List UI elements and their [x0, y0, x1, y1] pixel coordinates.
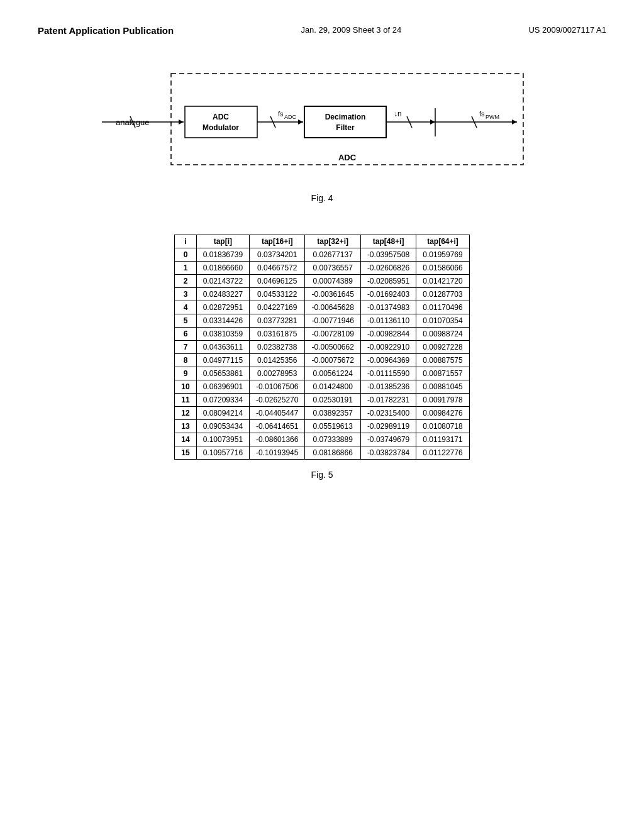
- table-row: 90.056538610.002789530.00561224-0.011155…: [175, 367, 469, 380]
- adc-modulator-label-2: Modulator: [203, 123, 239, 132]
- table-cell: -0.03957508: [360, 248, 416, 262]
- table-cell: 5: [175, 314, 196, 328]
- svg-rect-8: [304, 106, 386, 138]
- fs-pwm-label: fs: [479, 110, 485, 118]
- table-cell: 0.01425356: [250, 354, 305, 367]
- table-cell: 0.00871557: [416, 367, 469, 380]
- table-row: 80.049771150.01425356-0.00075672-0.00964…: [175, 354, 469, 367]
- table-cell: 0.00736557: [305, 262, 360, 275]
- table-cell: 0.04696125: [250, 275, 305, 288]
- table-cell: 0.01836739: [196, 248, 249, 262]
- table-cell: 0.01586066: [416, 262, 469, 275]
- table-cell: 0.01080718: [416, 420, 469, 433]
- table-cell: -0.03823784: [360, 446, 416, 460]
- table-cell: 0.02382738: [250, 341, 305, 354]
- table-row: 10.018666600.046675720.00736557-0.026068…: [175, 262, 469, 275]
- table-cell: -0.01692403: [360, 288, 416, 301]
- table-cell: -0.01374983: [360, 301, 416, 314]
- header-left: Patent Application Publication: [38, 25, 174, 36]
- table-cell: -0.02625270: [250, 394, 305, 407]
- table-cell: 0.05519613: [305, 420, 360, 433]
- table-cell: -0.00771946: [305, 314, 360, 328]
- table-cell: 0.01421720: [416, 275, 469, 288]
- table-cell: 3: [175, 288, 196, 301]
- table-cell: -0.01782231: [360, 394, 416, 407]
- table-cell: 0.01122776: [416, 446, 469, 460]
- table-cell: 0.00887575: [416, 354, 469, 367]
- col-header-tap-i: tap[i]: [196, 235, 249, 248]
- table-cell: 9: [175, 367, 196, 380]
- table-row: 150.10957716-0.101939450.08186866-0.0382…: [175, 446, 469, 460]
- table-cell: -0.03749679: [360, 433, 416, 446]
- table-cell: 0.05653861: [196, 367, 249, 380]
- col-header-tap-64i: tap[64+i]: [416, 235, 469, 248]
- fs-adc-label: fs: [278, 110, 284, 118]
- table-row: 100.06396901-0.010675060.01424800-0.0138…: [175, 380, 469, 394]
- table-row: 00.018367390.037342010.02677137-0.039575…: [175, 248, 469, 262]
- table-cell: 0.00881045: [416, 380, 469, 394]
- decimation-filter-label-2: Filter: [336, 123, 355, 132]
- table-row: 140.10073951-0.086013660.07333889-0.0374…: [175, 433, 469, 446]
- table-cell: 10: [175, 380, 196, 394]
- table-cell: -0.01385236: [360, 380, 416, 394]
- table-cell: 0.10073951: [196, 433, 249, 446]
- adc-bottom-label: ADC: [338, 153, 357, 162]
- table-cell: 7: [175, 341, 196, 354]
- table-cell: -0.02606826: [360, 262, 416, 275]
- svg-marker-14: [512, 119, 517, 124]
- table-cell: 0.02872951: [196, 301, 249, 314]
- table-cell: 0.01070354: [416, 314, 469, 328]
- table-cell: 0.04227169: [250, 301, 305, 314]
- table-cell: 0.00917978: [416, 394, 469, 407]
- table-cell: 0.07209334: [196, 394, 249, 407]
- table-cell: 14: [175, 433, 196, 446]
- table-cell: 15: [175, 446, 196, 460]
- table-cell: -0.00964369: [360, 354, 416, 367]
- table-cell: -0.04405447: [250, 407, 305, 420]
- header-right: US 2009/0027117 A1: [528, 25, 606, 35]
- header-center: Jan. 29, 2009 Sheet 3 of 24: [301, 25, 401, 35]
- svg-marker-2: [179, 119, 184, 124]
- table-cell: 0.01170496: [416, 301, 469, 314]
- page: Patent Application Publication Jan. 29, …: [0, 0, 644, 830]
- data-table: i tap[i] tap[16+i] tap[32+i] tap[48+i] t…: [174, 235, 469, 460]
- table-cell: 0.00927228: [416, 341, 469, 354]
- decimation-filter-label-1: Decimation: [325, 113, 366, 121]
- fs-pwm-sub: PWM: [486, 114, 499, 120]
- fig4-svg: analogue ADC Modulator fs ADC Decimation…: [83, 61, 561, 187]
- fig4-label: Fig. 4: [311, 193, 333, 203]
- fs-adc-sub: ADC: [284, 114, 297, 120]
- fig4-diagram-area: analogue ADC Modulator fs ADC Decimation…: [38, 61, 606, 222]
- table-cell: -0.00982844: [360, 328, 416, 341]
- table-cell: -0.00645628: [305, 301, 360, 314]
- table-row: 30.024832270.04533122-0.00361645-0.01692…: [175, 288, 469, 301]
- table-cell: 0.02530191: [305, 394, 360, 407]
- col-header-tap-16i: tap[16+i]: [250, 235, 305, 248]
- table-cell: -0.00500662: [305, 341, 360, 354]
- table-cell: 0.03810359: [196, 328, 249, 341]
- table-cell: 11: [175, 394, 196, 407]
- col-header-tap-32i: tap[32+i]: [305, 235, 360, 248]
- table-row: 60.038103590.03161875-0.00728109-0.00982…: [175, 328, 469, 341]
- table-row: 40.028729510.04227169-0.00645628-0.01374…: [175, 301, 469, 314]
- table-cell: -0.10193945: [250, 446, 305, 460]
- table-cell: 0.01424800: [305, 380, 360, 394]
- table-cell: 0.01193171: [416, 433, 469, 446]
- fig5-table-section: i tap[i] tap[16+i] tap[32+i] tap[48+i] t…: [38, 235, 606, 480]
- header: Patent Application Publication Jan. 29, …: [38, 25, 606, 36]
- adc-modulator-label-1: ADC: [213, 113, 229, 121]
- table-cell: 0.00984276: [416, 407, 469, 420]
- table-cell: 0: [175, 248, 196, 262]
- table-cell: 0.04363611: [196, 341, 249, 354]
- table-cell: 0.01287703: [416, 288, 469, 301]
- col-header-tap-48i: tap[48+i]: [360, 235, 416, 248]
- table-cell: 0.06396901: [196, 380, 249, 394]
- table-cell: 13: [175, 420, 196, 433]
- table-cell: 12: [175, 407, 196, 420]
- table-cell: 0.00561224: [305, 367, 360, 380]
- table-cell: 0.08186866: [305, 446, 360, 460]
- table-cell: -0.02085951: [360, 275, 416, 288]
- table-cell: 0.03161875: [250, 328, 305, 341]
- table-cell: 4: [175, 301, 196, 314]
- svg-marker-10: [430, 119, 435, 124]
